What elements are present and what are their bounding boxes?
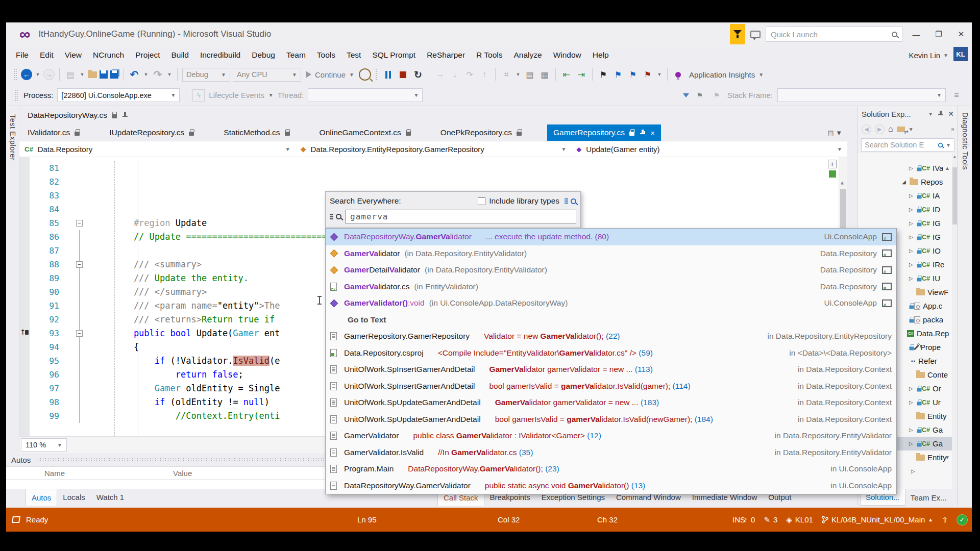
search-result-row[interactable]: UnitOfWork.SpInsertGamerAndDetailbool ga…	[326, 378, 896, 395]
nav-forward-icon[interactable]: →	[43, 69, 55, 80]
continue-button[interactable]: Continue ▼	[304, 70, 356, 79]
caret[interactable]: ▼	[656, 68, 663, 81]
fold-margin[interactable]	[75, 340, 92, 354]
application-insights-button[interactable]: Application Insights ▼	[687, 70, 766, 79]
indent-out-icon[interactable]: ⇤	[560, 68, 573, 81]
caret[interactable]: ▼	[515, 68, 521, 81]
process-dropdown[interactable]: [22860] Ui.ConsoleApp.exe▼	[57, 88, 180, 102]
tab-datarepositoryway[interactable]: DataRepositoryWay.cs	[28, 111, 128, 120]
fold-margin[interactable]	[75, 161, 92, 175]
undo-icon[interactable]: ↶	[128, 68, 140, 81]
toolbar-drag-handle[interactable]	[14, 68, 17, 81]
breakpoint-cell[interactable]	[19, 395, 30, 409]
ncrunch-engine-status-icon[interactable]: ✓	[957, 514, 968, 525]
feedback-icon[interactable]	[750, 31, 761, 38]
tab-locals[interactable]: Locals	[57, 489, 90, 506]
search-result-row[interactable]: UnitOfWork.SpUpdateGamerAndDetailGamerVa…	[326, 394, 896, 411]
breakpoint-cell[interactable]	[19, 354, 30, 368]
fold-margin[interactable]	[75, 382, 92, 395]
search-result-row[interactable]: Data.Repository.csproj<Compile Include="…	[326, 345, 896, 362]
search-result-row[interactable]: Program.MainDataRepositoryWay.GamerValid…	[326, 461, 896, 478]
menu-help[interactable]: Help	[587, 46, 615, 64]
scroll-up-icon[interactable]: ▲	[841, 180, 844, 185]
fold-margin[interactable]	[75, 395, 92, 409]
bookmark-icon[interactable]: ⚑	[597, 68, 609, 81]
search-result-row[interactable]: DataRepositoryWay.GamerValidator... exec…	[326, 229, 896, 245]
fold-margin[interactable]	[75, 368, 92, 382]
toolbar-overflow-icon[interactable]: ≡	[950, 89, 963, 102]
breakpoint-cell[interactable]	[19, 175, 30, 189]
bookmark-clear-icon[interactable]: ⚑	[642, 68, 654, 81]
indent-in-icon[interactable]: ⇥	[575, 68, 587, 81]
bookmark-next-icon[interactable]: ⚑	[627, 68, 639, 81]
fold-margin[interactable]	[75, 203, 92, 216]
repository-indicator[interactable]: ◈KL01	[786, 515, 813, 524]
step-into-icon[interactable]: ↓	[449, 68, 461, 81]
close-icon[interactable]: ×	[650, 129, 655, 137]
chevron-collapsed-icon[interactable]: ▷	[909, 262, 917, 267]
pin-icon[interactable]	[937, 111, 944, 117]
breakpoint-cell[interactable]	[19, 203, 30, 216]
fold-margin[interactable]: −	[75, 258, 92, 271]
menu-ncrunch[interactable]: NCrunch	[87, 46, 130, 64]
pause-icon[interactable]	[382, 68, 395, 81]
breakpoint-cell[interactable]	[19, 244, 30, 258]
save-all-icon[interactable]	[110, 70, 118, 79]
diagnostic-tools-side-tab[interactable]: Diagnostic Tools	[958, 106, 972, 506]
fold-margin[interactable]	[75, 244, 92, 258]
quick-launch-input[interactable]: Quick Launch	[766, 27, 902, 42]
breakpoint-cell[interactable]: ↑	[19, 327, 30, 340]
chevron-collapsed-icon[interactable]: ▷	[909, 276, 917, 281]
show-next-statement-icon[interactable]: →	[434, 68, 446, 81]
caret[interactable]: ▼	[166, 68, 173, 81]
tree-item-iva[interactable]: ▷C#IVa▲	[858, 161, 952, 175]
menu-window[interactable]: Window	[548, 46, 587, 64]
restart-icon[interactable]: ↻	[412, 68, 424, 81]
tab-iupdaterepository-cs[interactable]: IUpdateRepository.cs	[109, 124, 194, 141]
menu-analyze[interactable]: Analyze	[508, 46, 548, 64]
fold-margin[interactable]	[75, 313, 92, 327]
minimize-button[interactable]: —	[908, 26, 925, 42]
publish-icon[interactable]: ⇧	[942, 516, 948, 524]
tab-onepkrepository-cs[interactable]: OnePkRepository.cs	[440, 124, 522, 141]
search-result-row[interactable]: GamerValidator(in Data.Repository.Entity…	[326, 245, 896, 262]
chevron-collapsed-icon[interactable]: ▷	[909, 220, 917, 226]
chevron-collapsed-icon[interactable]: ▷	[909, 441, 917, 446]
fold-margin[interactable]	[75, 285, 92, 299]
breakpoint-cell[interactable]	[19, 340, 30, 354]
tab-onlinegamecontext-cs[interactable]: OnlineGameContext.cs	[320, 124, 411, 141]
tab-team-ex[interactable]: Team Ex...	[905, 489, 952, 506]
breakpoint-cell[interactable]	[19, 368, 30, 382]
close-icon[interactable]: ✕	[948, 110, 954, 118]
navbar-scope-dropdown[interactable]: ◆Data.Repository.EntityRepository.GamerR…	[296, 141, 572, 157]
maximize-button[interactable]: ❐	[930, 26, 947, 42]
fold-margin[interactable]: −	[75, 216, 92, 230]
hex-display-icon[interactable]: ⌗	[500, 68, 512, 81]
sync-with-active-document-icon[interactable]	[897, 127, 905, 132]
filter-threads-icon[interactable]	[683, 93, 689, 97]
parallel-stacks-icon[interactable]: ▦	[538, 68, 551, 81]
chevron-collapsed-icon[interactable]: ▷	[909, 165, 917, 171]
column-header-value[interactable]: Value	[160, 467, 192, 479]
collapse-region-icon[interactable]: −	[76, 330, 83, 337]
flag-threads-icon[interactable]: ⚑	[694, 89, 706, 102]
fold-margin[interactable]	[75, 230, 92, 244]
thread-dropdown[interactable]: ▼	[308, 88, 423, 102]
search-result-row[interactable]: DataRepositoryWay.GamerValidatorpublic s…	[326, 478, 896, 494]
forward-icon[interactable]: ▶	[875, 124, 885, 134]
tab-watch-1[interactable]: Watch 1	[91, 489, 130, 506]
menu-r-tools[interactable]: R Tools	[471, 46, 508, 64]
collapse-region-icon[interactable]: −	[76, 261, 83, 268]
menu-resharper[interactable]: ReSharper	[421, 46, 471, 64]
bookmark-prev-icon[interactable]: ⚑	[612, 68, 624, 81]
step-out-icon[interactable]: ↑	[478, 68, 491, 81]
fold-margin[interactable]: −	[75, 327, 92, 340]
fold-margin[interactable]	[75, 189, 92, 203]
caret[interactable]: ▼	[79, 68, 85, 81]
menu-team[interactable]: Team	[281, 46, 311, 64]
open-file-icon[interactable]	[88, 71, 97, 78]
back-icon[interactable]: ◀	[862, 124, 871, 134]
menu-incredibuild[interactable]: Incredibuild	[194, 46, 246, 64]
new-file-icon[interactable]: ▤	[64, 68, 77, 81]
chevron-collapsed-icon[interactable]: ▷	[909, 193, 917, 198]
